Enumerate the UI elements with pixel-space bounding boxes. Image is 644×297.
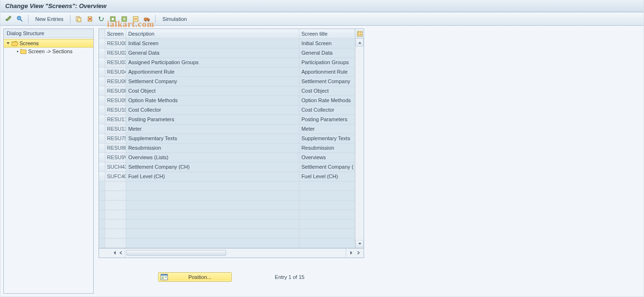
cell-screen[interactable]: RESU00 xyxy=(105,38,126,48)
row-selector[interactable] xyxy=(99,115,105,124)
row-selector[interactable] xyxy=(99,77,105,86)
cell-screen[interactable] xyxy=(105,200,126,210)
cell-screen[interactable]: RESU9V xyxy=(105,153,126,162)
cell-screen[interactable]: SUFC40 xyxy=(105,172,126,181)
cell-screen-title[interactable] xyxy=(299,191,355,200)
row-selector[interactable] xyxy=(99,238,105,248)
cell-screen[interactable]: RESU03 xyxy=(105,57,126,67)
cell-description[interactable]: Fuel Level (CH) xyxy=(126,172,299,181)
cell-screen-title[interactable]: Resubmission xyxy=(299,143,355,153)
cell-description[interactable]: Cost Collector xyxy=(126,105,299,115)
cell-screen-title[interactable] xyxy=(299,210,355,219)
row-selector[interactable] xyxy=(99,229,105,238)
cell-screen-title[interactable]: Apportionment Rule xyxy=(299,67,355,77)
row-selector[interactable] xyxy=(99,86,105,96)
scroll-track[interactable] xyxy=(356,47,364,240)
cell-description[interactable]: Posting Parameters xyxy=(126,115,299,124)
row-selector[interactable] xyxy=(99,105,105,115)
cell-description[interactable]: Supplementary Texts xyxy=(126,134,299,143)
cell-screen[interactable] xyxy=(105,229,126,238)
cell-screen[interactable] xyxy=(105,210,126,219)
cell-screen-title[interactable]: General Data xyxy=(299,48,355,57)
cell-description[interactable]: Apportionment Rule xyxy=(126,67,299,77)
cell-description[interactable]: Resubmission xyxy=(126,143,299,153)
select-all-icon[interactable] xyxy=(109,15,117,23)
row-selector[interactable] xyxy=(99,172,105,181)
cell-screen-title[interactable]: Meter xyxy=(299,124,355,134)
column-header-description[interactable]: Description xyxy=(126,29,299,38)
cell-screen-title[interactable]: Cost Collector xyxy=(299,105,355,115)
scroll-down-button[interactable] xyxy=(356,240,364,248)
cell-screen-title[interactable] xyxy=(299,219,355,229)
row-selector[interactable] xyxy=(99,191,105,200)
cell-screen-title[interactable]: Option Rate Methods xyxy=(299,96,355,105)
collapse-icon[interactable] xyxy=(6,41,10,46)
row-selector[interactable] xyxy=(99,219,105,229)
undo-icon[interactable] xyxy=(97,15,106,23)
cell-description[interactable]: Overviews (Lists) xyxy=(126,153,299,162)
cell-screen[interactable]: RESU09 xyxy=(105,96,126,105)
scroll-up-button[interactable] xyxy=(356,38,364,47)
new-entries-button[interactable]: New Entries xyxy=(32,15,66,23)
column-header-screen[interactable]: Screen xyxy=(105,29,126,38)
scroll-first-button[interactable] xyxy=(111,249,117,256)
cell-description[interactable] xyxy=(126,200,299,210)
row-selector[interactable] xyxy=(99,162,105,172)
row-selector[interactable] xyxy=(99,57,105,67)
select-block-icon[interactable] xyxy=(120,15,129,23)
transport-icon[interactable] xyxy=(143,15,151,23)
scroll-left-button[interactable] xyxy=(118,249,124,256)
row-selector[interactable] xyxy=(99,48,105,57)
row-selector[interactable] xyxy=(99,181,105,191)
cell-screen-title[interactable] xyxy=(299,229,355,238)
cell-screen-title[interactable]: Posting Parameters xyxy=(299,115,355,124)
cell-screen[interactable]: RESU13 xyxy=(105,124,126,134)
simulation-button[interactable]: Simulation xyxy=(159,15,189,23)
row-selector[interactable] xyxy=(99,67,105,77)
table-settings-icon[interactable] xyxy=(356,29,364,38)
scroll-right-button[interactable] xyxy=(349,249,355,256)
cell-description[interactable] xyxy=(126,238,299,248)
cell-screen-title[interactable]: Settlement Company ( xyxy=(299,162,355,172)
cell-screen[interactable]: RESU86 xyxy=(105,143,126,153)
toggle-change-icon[interactable] xyxy=(4,15,13,23)
row-selector[interactable] xyxy=(99,38,105,48)
cell-screen[interactable] xyxy=(105,238,126,248)
cell-screen-title[interactable]: Supplementary Texts xyxy=(299,134,355,143)
cell-screen-title[interactable]: Participation Groups xyxy=(299,57,355,67)
position-button[interactable]: Position... xyxy=(158,272,232,282)
cell-screen-title[interactable]: Initial Screen xyxy=(299,38,355,48)
copy-icon[interactable] xyxy=(74,15,83,23)
cell-description[interactable]: Settlement Company (CH) xyxy=(126,162,299,172)
cell-screen-title[interactable]: Overviews xyxy=(299,153,355,162)
cell-description[interactable]: General Data xyxy=(126,48,299,57)
cell-screen[interactable] xyxy=(105,181,126,191)
cell-screen[interactable]: RESU75 xyxy=(105,134,126,143)
cell-description[interactable] xyxy=(126,210,299,219)
column-header-screen-title[interactable]: Screen title xyxy=(299,29,355,38)
other-view-icon[interactable] xyxy=(16,15,24,23)
cell-description[interactable] xyxy=(126,229,299,238)
h-scroll-track[interactable] xyxy=(125,249,346,258)
cell-screen[interactable]: RESU08 xyxy=(105,86,126,96)
cell-description[interactable]: Meter xyxy=(126,124,299,134)
cell-screen-title[interactable] xyxy=(299,200,355,210)
cell-screen-title[interactable]: Fuel Level (CH) xyxy=(299,172,355,181)
deselect-all-icon[interactable] xyxy=(131,15,140,23)
cell-description[interactable]: Option Rate Methods xyxy=(126,96,299,105)
cell-description[interactable]: Initial Screen xyxy=(126,38,299,48)
tree-item[interactable]: •Screen -> Sections xyxy=(4,48,93,55)
cell-screen[interactable] xyxy=(105,191,126,200)
row-selector[interactable] xyxy=(99,134,105,143)
scroll-last-button[interactable] xyxy=(356,249,361,256)
cell-description[interactable]: Settlement Company xyxy=(126,77,299,86)
delete-icon[interactable] xyxy=(86,15,94,23)
tree-item[interactable]: Screens xyxy=(4,39,93,48)
row-selector[interactable] xyxy=(99,96,105,105)
row-selector[interactable] xyxy=(99,153,105,162)
cell-screen-title[interactable]: Settlement Company xyxy=(299,77,355,86)
cell-screen[interactable]: RESU04 xyxy=(105,67,126,77)
row-selector[interactable] xyxy=(99,200,105,210)
cell-screen[interactable]: RESU02 xyxy=(105,48,126,57)
select-all-header[interactable] xyxy=(99,29,105,38)
